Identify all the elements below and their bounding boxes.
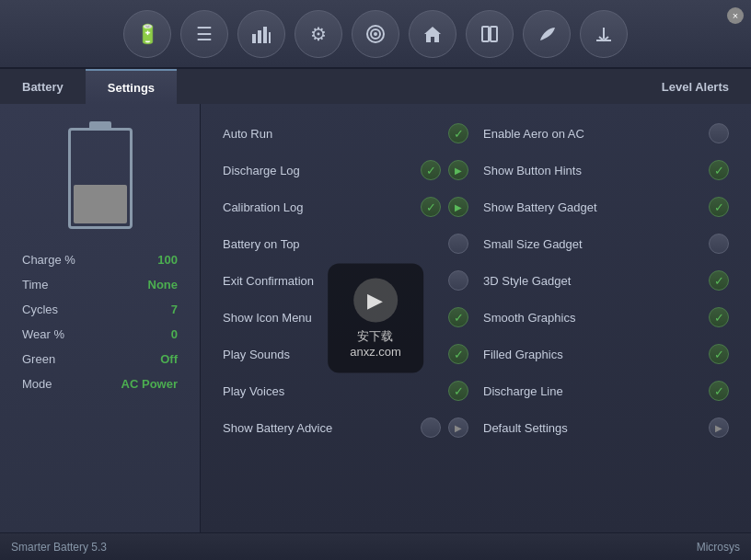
statusbar-right: Microsys <box>697 541 740 554</box>
tab-level-alerts[interactable]: Level Alerts <box>640 69 751 104</box>
enable-aero-check[interactable] <box>709 123 729 143</box>
time-value: None <box>148 278 179 291</box>
setting-default-settings: Default Settings ▶ <box>476 409 736 446</box>
settings-grid: Auto Run ✓ Discharge Log ✓ ▶ Calibration… <box>201 111 751 450</box>
right-panel: Auto Run ✓ Discharge Log ✓ ▶ Calibration… <box>201 104 751 532</box>
chart-toolbar-btn[interactable] <box>237 10 285 58</box>
setting-enable-aero: Enable Aero on AC <box>476 115 736 152</box>
battery-fill <box>74 185 127 223</box>
setting-play-voices: Play Voices ✓ <box>215 372 476 409</box>
show-icon-menu-check[interactable]: ✓ <box>448 307 468 327</box>
show-battery-gadget-label: Show Battery Gadget <box>483 200 701 214</box>
setting-calibration-log: Calibration Log ✓ ▶ <box>215 189 476 225</box>
cycles-value: 7 <box>171 303 178 316</box>
statusbar: Smarter Battery 5.3 Microsys <box>0 532 751 560</box>
setting-discharge-line: Discharge Line ✓ <box>476 372 736 409</box>
battery-on-top-check[interactable] <box>448 234 468 254</box>
filled-graphics-check[interactable]: ✓ <box>709 344 729 364</box>
mode-value: AC Power <box>121 377 178 391</box>
setting-discharge-log: Discharge Log ✓ ▶ <box>215 152 476 189</box>
battery-toolbar-btn[interactable]: 🔋 <box>123 10 171 58</box>
left-panel: Charge % 100 Time None Cycles 7 Wear % 0… <box>0 104 201 532</box>
home-toolbar-btn[interactable] <box>409 10 456 58</box>
auto-run-check[interactable]: ✓ <box>448 123 468 143</box>
green-label: Green <box>22 352 55 366</box>
main-content: Charge % 100 Time None Cycles 7 Wear % 0… <box>0 104 751 532</box>
setting-auto-run: Auto Run ✓ <box>215 115 476 152</box>
enable-aero-label: Enable Aero on AC <box>483 127 701 141</box>
stat-time: Time None <box>15 272 185 297</box>
leaf-toolbar-btn[interactable] <box>523 10 571 58</box>
tab-battery[interactable]: Battery <box>0 69 86 104</box>
smooth-graphics-check[interactable]: ✓ <box>709 307 729 327</box>
discharge-log-check[interactable]: ✓ <box>421 160 441 180</box>
default-settings-play[interactable]: ▶ <box>709 417 729 438</box>
play-voices-check[interactable]: ✓ <box>448 381 468 401</box>
setting-show-battery-gadget: Show Battery Gadget ✓ <box>476 189 736 225</box>
battery-display <box>68 128 133 229</box>
svg-rect-9 <box>491 27 497 41</box>
discharge-line-label: Discharge Line <box>483 384 701 398</box>
calibration-log-check[interactable]: ✓ <box>421 197 441 217</box>
show-battery-advice-check[interactable] <box>421 417 441 438</box>
svg-rect-8 <box>482 27 489 41</box>
toolbar: 🔋 ☰ ⚙ × <box>0 0 751 69</box>
setting-smooth-graphics: Smooth Graphics ✓ <box>476 299 736 336</box>
svg-marker-7 <box>424 27 441 42</box>
close-button[interactable]: × <box>727 7 744 24</box>
smooth-graphics-label: Smooth Graphics <box>483 311 701 325</box>
discharge-line-check[interactable]: ✓ <box>709 381 729 401</box>
calibration-log-play[interactable]: ▶ <box>448 197 468 217</box>
3d-style-gadget-label: 3D Style Gadget <box>483 274 701 288</box>
3d-style-gadget-check[interactable]: ✓ <box>709 270 729 291</box>
stat-mode: Mode AC Power <box>15 371 185 396</box>
download-toolbar-btn[interactable] <box>580 10 628 58</box>
time-label: Time <box>22 278 48 291</box>
setting-play-sounds: Play Sounds ✓ <box>215 336 476 372</box>
green-value: Off <box>160 352 178 366</box>
play-sounds-check[interactable]: ✓ <box>448 344 468 364</box>
small-size-gadget-check[interactable] <box>709 234 729 254</box>
target-toolbar-btn[interactable] <box>352 10 399 58</box>
wear-label: Wear % <box>22 327 64 341</box>
calibration-log-label: Calibration Log <box>223 200 413 214</box>
stat-wear: Wear % 0 <box>15 322 185 347</box>
show-battery-advice-label: Show Battery Advice <box>223 421 413 435</box>
stat-green: Green Off <box>15 347 185 371</box>
settings-left-column: Auto Run ✓ Discharge Log ✓ ▶ Calibration… <box>215 115 476 446</box>
settings-right-column: Enable Aero on AC Show Button Hints ✓ Sh… <box>476 115 736 446</box>
setting-small-size-gadget: Small Size Gadget <box>476 225 736 262</box>
setting-show-battery-advice: Show Battery Advice ▶ <box>215 409 476 446</box>
show-icon-menu-label: Show Icon Menu <box>223 311 441 325</box>
show-button-hints-label: Show Button Hints <box>483 164 701 177</box>
setting-3d-style-gadget: 3D Style Gadget ✓ <box>476 262 736 299</box>
play-voices-label: Play Voices <box>223 384 441 398</box>
charge-label: Charge % <box>22 253 75 267</box>
show-battery-gadget-check[interactable]: ✓ <box>709 197 729 217</box>
play-sounds-label: Play Sounds <box>223 348 441 361</box>
svg-rect-2 <box>263 27 267 43</box>
auto-run-label: Auto Run <box>223 127 441 141</box>
setting-show-icon-menu: Show Icon Menu ✓ <box>215 299 476 336</box>
filled-graphics-label: Filled Graphics <box>483 348 701 361</box>
default-settings-label: Default Settings <box>483 421 701 435</box>
stat-cycles: Cycles 7 <box>15 297 185 322</box>
charge-value: 100 <box>157 253 178 267</box>
list-toolbar-btn[interactable]: ☰ <box>180 10 228 58</box>
setting-exit-confirmation: Exit Confirmation <box>215 262 476 299</box>
svg-rect-3 <box>269 32 271 43</box>
book-toolbar-btn[interactable] <box>466 10 514 58</box>
show-battery-advice-play[interactable]: ▶ <box>448 417 468 438</box>
small-size-gadget-label: Small Size Gadget <box>483 237 701 251</box>
discharge-log-label: Discharge Log <box>223 164 413 177</box>
show-button-hints-check[interactable]: ✓ <box>709 160 729 180</box>
svg-rect-1 <box>258 30 261 43</box>
discharge-log-play[interactable]: ▶ <box>448 160 468 180</box>
wear-value: 0 <box>171 327 178 341</box>
exit-confirmation-check[interactable] <box>448 270 468 291</box>
svg-point-6 <box>374 32 377 36</box>
tab-settings[interactable]: Settings <box>86 69 177 104</box>
tabbar: Battery Settings Level Alerts <box>0 69 751 104</box>
settings-toolbar-btn[interactable]: ⚙ <box>295 10 342 58</box>
statusbar-left: Smarter Battery 5.3 <box>11 541 107 554</box>
